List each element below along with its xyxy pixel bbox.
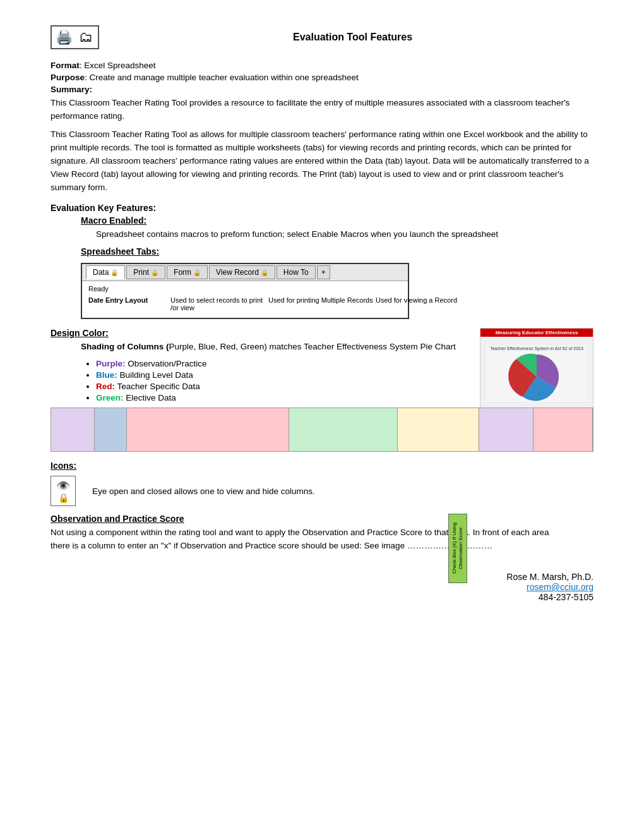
observation-section: Observation and Practice Score Check Box… — [51, 514, 593, 553]
form-lock-icon: 🔒 — [193, 269, 201, 276]
tab-data-label: Data — [93, 268, 109, 277]
bullet-green-label: Green: — [96, 393, 124, 402]
footer-email[interactable]: rosem@cciur.org — [527, 582, 593, 592]
tab-view-record[interactable]: View Record 🔒 — [209, 265, 275, 279]
obs-column-image: Check Box (X) If Using Observation Score — [448, 514, 467, 583]
tab-data-desc: Date Entry Layout — [88, 296, 170, 311]
page-title: Evaluation Tool Features — [112, 32, 593, 43]
col-red2 — [534, 408, 593, 451]
design-intro-text: Purple, Blue, Red, Green) matches Teache… — [169, 342, 456, 351]
bullet-green-text: Elective Data — [126, 393, 176, 402]
tab-view-label: View Record — [216, 268, 259, 277]
tab-print-title: Used to select records to print /or view — [170, 296, 268, 311]
format-value: Excel Spreadsheet — [84, 61, 155, 70]
col-red — [127, 408, 289, 451]
purpose-value: Create and manage multiple teacher evalu… — [90, 73, 359, 82]
print-lock-icon: 🔒 — [151, 269, 158, 276]
tab-form-title: Used for printing Multiple Records — [268, 296, 376, 304]
tab-print-label: Print — [133, 268, 149, 277]
col-blue — [95, 408, 127, 451]
bullet-purple-label: Purple: — [96, 359, 126, 368]
logo-icon: 🖨️ 🗂 — [56, 29, 94, 45]
col-purple — [51, 408, 95, 451]
tabs-row: Data 🔒 Print 🔒 Form 🔒 View Record 🔒 How … — [82, 264, 408, 281]
tab-view-desc: Used for viewing a Record — [376, 296, 483, 311]
obs-heading: Observation and Practice Score — [51, 514, 593, 524]
tab-form-label: Form — [174, 268, 191, 277]
tabs-heading: Spreadsheet Tabs: — [81, 246, 593, 257]
data-lock-icon: 🔒 — [110, 269, 118, 276]
col-purple2 — [479, 408, 534, 451]
tab-form[interactable]: Form 🔒 — [167, 265, 208, 279]
tab-plus[interactable]: + — [317, 265, 330, 279]
pie-chart-placeholder: Measuring Educator Effectiveness Teacher… — [480, 328, 593, 410]
tab-data-title: Date Entry Layout — [88, 296, 170, 304]
svg-text:Teacher Effectiveness System i: Teacher Effectiveness System in Act 82 o… — [490, 346, 583, 351]
icons-section: Icons: 👁️ 🔒 Eye open and closed allows o… — [51, 461, 593, 506]
tab-form-desc: Used for printing Multiple Records — [268, 296, 376, 311]
obs-column-label: Check Box (X) If Using Observation Score — [450, 514, 465, 583]
purpose-label: Purpose — [51, 73, 85, 82]
footer-name: Rose M. Marsh, Ph.D. — [51, 572, 593, 582]
summary-label: Summary: — [51, 85, 593, 94]
bullet-purple-text: Observation/Practice — [128, 359, 206, 368]
bullet-blue-label: Blue: — [96, 370, 117, 380]
design-intro-bold: Shading of Columns ( — [81, 342, 169, 351]
bullet-red-label: Red: — [96, 382, 115, 391]
summary-p2: This Classroom Teacher Rating Tool as al… — [51, 128, 593, 195]
format-section: Format: Excel Spreadsheet Purpose: Creat… — [51, 61, 593, 194]
tab-view-title: Used for viewing a Record — [376, 296, 483, 304]
design-section: Design Color: Shading of Columns (Purple… — [51, 328, 593, 452]
tab-descriptions: Date Entry Layout Used to select records… — [82, 294, 408, 318]
eye-open-icon: 👁️ — [56, 479, 70, 493]
page-header: 🖨️ 🗂 Evaluation Tool Features — [51, 25, 593, 49]
logo: 🖨️ 🗂 — [51, 25, 99, 49]
col-green — [289, 408, 398, 451]
purpose-line: Purpose: Create and manage multiple teac… — [51, 73, 593, 82]
summary-p1: This Classroom Teacher Rating Tool provi… — [51, 97, 593, 123]
key-features-heading: Evaluation Key Features: — [51, 203, 593, 213]
macro-text: Spreadsheet contains macros to preform f… — [96, 228, 593, 241]
tab-howto-label: How To — [283, 268, 309, 277]
obs-text-content: Not using a component within the rating … — [51, 528, 549, 550]
icons-description: Eye open and closed allows one to view a… — [92, 486, 315, 496]
tab-print-desc: Used to select records to print /or view — [170, 296, 268, 311]
col-yellow — [398, 408, 479, 451]
footer-phone: 484-237-5105 — [51, 592, 593, 602]
tab-how-to[interactable]: How To — [277, 265, 316, 279]
tab-print[interactable]: Print 🔒 — [126, 265, 165, 279]
macro-heading: Macro Enabled: — [81, 215, 593, 226]
tab-ready-label: Ready — [88, 285, 109, 293]
bullet-blue-text: Building Level Data — [120, 370, 193, 380]
eye-icons-demo: 👁️ 🔒 — [51, 476, 76, 506]
pie-chart-svg: Teacher Effectiveness System in Act 82 o… — [486, 337, 587, 409]
view-lock-icon: 🔒 — [261, 269, 268, 276]
pie-chart-title: Measuring Educator Effectiveness — [480, 329, 593, 337]
obs-text: Not using a component within the rating … — [51, 526, 593, 553]
icons-heading: Icons: — [51, 461, 593, 471]
eye-closed-icon: 🔒 — [58, 493, 69, 503]
bullet-red-text: Teacher Specific Data — [117, 382, 200, 391]
format-label: Format — [51, 61, 80, 70]
footer: Rose M. Marsh, Ph.D. rosem@cciur.org 484… — [51, 572, 593, 602]
tab-ready-row: Ready — [82, 281, 408, 294]
tab-data[interactable]: Data 🔒 — [86, 265, 125, 279]
key-features-section: Evaluation Key Features: Macro Enabled: … — [51, 203, 593, 319]
spreadsheet-preview — [51, 408, 593, 452]
tabs-diagram: Data 🔒 Print 🔒 Form 🔒 View Record 🔒 How … — [81, 263, 409, 319]
spreadsheet-cols — [51, 408, 593, 451]
format-line: Format: Excel Spreadsheet — [51, 61, 593, 70]
icons-row: 👁️ 🔒 Eye open and closed allows one to v… — [51, 476, 593, 506]
